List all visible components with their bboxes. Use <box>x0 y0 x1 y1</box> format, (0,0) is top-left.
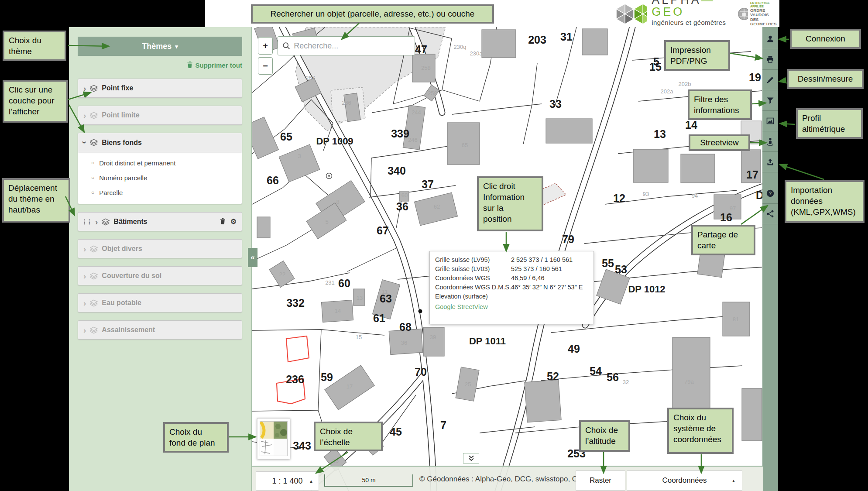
svg-text:93: 93 <box>643 191 649 197</box>
toolbar-button-streetview-pegman[interactable] <box>762 131 778 152</box>
layers-icon <box>90 299 98 307</box>
badge-line: ENTREPRISE AFFILIÉE <box>750 1 779 8</box>
toolbar-button-share[interactable] <box>762 204 778 224</box>
annotation-scale: Choix de l’échelle <box>314 422 383 451</box>
svg-text:230q: 230q <box>454 44 467 50</box>
svg-text:231: 231 <box>325 279 335 286</box>
search-input[interactable] <box>294 41 410 51</box>
svg-text:33: 33 <box>549 98 562 110</box>
upload-icon <box>766 158 775 166</box>
layer-row-objet-divers[interactable]: ›Objet divers <box>78 239 242 258</box>
layer-label: Assainissement <box>102 326 155 334</box>
popup-row: Grille suisse (LV95)2 525 373 / 1 160 56… <box>435 255 588 264</box>
layers-icon <box>90 272 98 280</box>
layer-row-batiments[interactable]: ⋮⋮›Bâtiments⚙ <box>78 212 242 231</box>
svg-text:36: 36 <box>401 340 407 346</box>
svg-text:5: 5 <box>325 219 328 225</box>
layer-label: Point fixe <box>102 84 133 92</box>
sublayer-item[interactable]: ○Parcelle <box>91 185 242 200</box>
svg-text:13: 13 <box>654 128 666 140</box>
chevron-right-icon: › <box>83 245 86 253</box>
svg-text:12: 12 <box>613 192 625 204</box>
bottom-status-bar: 1 : 1 400 ▲ 50 m © Géodonnées : Alpha-Ge… <box>252 466 763 491</box>
layer-row-assainissement[interactable]: ›Assainissement <box>78 320 242 340</box>
layer-row-biens-fonds[interactable]: ›Biens fonds <box>78 133 242 152</box>
chevron-right-icon: › <box>83 326 86 334</box>
elevation-chart-icon <box>766 117 775 125</box>
sublayer-item[interactable]: ○Droit distinct et permanent <box>91 155 242 170</box>
annotation-coord-system: Choix du système de coordonnées <box>667 408 734 454</box>
layer-label: Objet divers <box>102 245 142 253</box>
gear-icon[interactable]: ⚙ <box>230 218 237 225</box>
svg-text:60: 60 <box>401 192 408 199</box>
layer-row-point-limite[interactable]: ›Point limite <box>78 106 242 125</box>
annotation-draw: Dessin/mesure <box>787 69 864 89</box>
annotation-print: Impression PDF/PNG <box>664 40 730 71</box>
chevron-right-icon: › <box>83 111 86 120</box>
svg-text:61: 61 <box>373 312 385 324</box>
annotation-login: Connexion <box>790 29 861 49</box>
svg-text:94: 94 <box>692 192 698 199</box>
svg-text:66: 66 <box>267 174 279 186</box>
svg-text:79: 79 <box>562 233 574 245</box>
svg-text:56: 56 <box>607 371 619 383</box>
sublayer-item[interactable]: ○Numéro parcelle <box>91 170 242 185</box>
basemap-switcher[interactable] <box>257 418 290 459</box>
toolbar-button-printer[interactable] <box>762 49 778 70</box>
chevron-right-icon: › <box>83 272 86 280</box>
toolbar-button-user[interactable] <box>762 29 778 49</box>
scale-select[interactable]: 1 : 1 400 ▲ <box>256 471 319 491</box>
svg-text:68: 68 <box>399 321 412 333</box>
toolbar-button-brush[interactable] <box>762 70 778 90</box>
svg-text:DP 1011: DP 1011 <box>469 336 506 347</box>
svg-text:258: 258 <box>421 65 431 71</box>
drag-handle-icon[interactable]: ⋮⋮ <box>82 218 91 225</box>
toolbar-button-elevation-chart[interactable] <box>762 111 778 131</box>
svg-text:17: 17 <box>746 168 758 181</box>
layers-sidebar: Thèmes ▾ Supprimer tout ›Point fixe›Poin… <box>69 27 252 491</box>
layer-row-point-fixe[interactable]: ›Point fixe <box>78 79 242 98</box>
circle-bullet-icon: ○ <box>91 175 94 181</box>
toolbar-button-upload[interactable] <box>762 152 778 172</box>
svg-text:65: 65 <box>280 130 292 143</box>
svg-text:332: 332 <box>286 297 305 309</box>
basemap-thumbnail-icon <box>260 421 288 456</box>
svg-text:16: 16 <box>720 211 732 223</box>
svg-text:7: 7 <box>440 419 446 431</box>
coordinate-system-select[interactable]: Coordonnées ▲ <box>627 470 742 491</box>
brand-name: ALPHA—GEO <box>652 0 730 18</box>
trash-icon[interactable] <box>220 218 226 226</box>
layer-label: Couverture du sol <box>102 272 161 280</box>
svg-text:DP 1012: DP 1012 <box>628 284 665 295</box>
zoom-out-button[interactable]: − <box>258 57 273 75</box>
altitude-select[interactable]: Raster <box>576 470 625 491</box>
caret-up-icon: ▲ <box>309 479 313 484</box>
ordre-vaudois-badge: ENTREPRISE AFFILIÉE ORDRE VAUDOIS DES GE… <box>738 1 779 27</box>
layer-label: Biens fonds <box>102 139 142 147</box>
svg-text:13: 13 <box>357 295 363 301</box>
svg-text:52: 52 <box>547 370 559 382</box>
layers-icon <box>90 112 98 119</box>
search-box <box>278 36 415 55</box>
badge-line: DES GEOMETRES <box>750 17 779 27</box>
layer-row-couverture-du-sol[interactable]: ›Couverture du sol <box>78 266 242 285</box>
annotation-altitude: Choix de l’altitude <box>579 420 630 452</box>
annotation-profile: Profil altimétrique <box>796 108 863 139</box>
badge-line: ORDRE VAUDOIS <box>750 8 779 17</box>
svg-text:60: 60 <box>338 277 350 289</box>
caret-down-icon: ▾ <box>175 43 178 50</box>
svg-text:340: 340 <box>388 165 406 177</box>
google-streetview-link[interactable]: Google StreetView <box>435 302 588 312</box>
toolbar-button-help[interactable]: ? <box>762 183 778 204</box>
themes-dropdown[interactable]: Thèmes ▾ <box>78 37 242 56</box>
svg-text:49: 49 <box>568 343 580 355</box>
sidebar-collapse-button[interactable]: « <box>248 248 257 267</box>
collapse-bottombar-button[interactable] <box>463 453 479 464</box>
position-info-popup: Grille suisse (LV95)2 525 373 / 1 160 56… <box>429 251 594 324</box>
toolbar-button-filter[interactable] <box>762 90 778 111</box>
zoom-in-button[interactable]: + <box>258 37 273 55</box>
clear-all-button[interactable]: Supprimer tout <box>78 59 242 71</box>
layer-row-eau-potable[interactable]: ›Eau potable <box>78 293 242 312</box>
filter-icon <box>766 96 775 105</box>
svg-text:15: 15 <box>356 334 362 340</box>
